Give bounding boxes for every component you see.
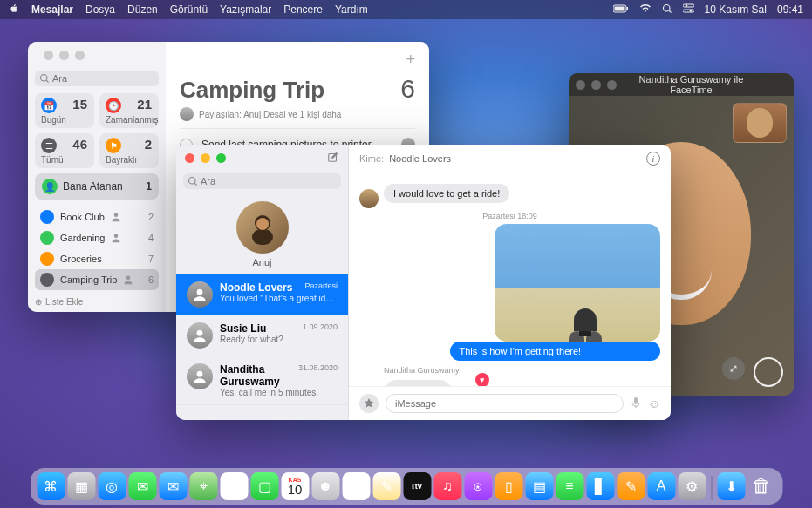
dock-icon-reminders[interactable]: ☰ <box>342 472 370 500</box>
dock-icon-music[interactable]: ♫ <box>433 472 461 500</box>
category-assigned[interactable]: 👤 Bana Atanan 1 <box>35 173 159 200</box>
dock-icon-pages[interactable]: ✎ <box>617 472 645 500</box>
menu-item-edit[interactable]: Düzen <box>127 3 158 16</box>
menubar-time[interactable]: 09:41 <box>777 3 803 16</box>
list-color-dot <box>40 210 54 224</box>
reminders-search-input[interactable] <box>35 71 159 86</box>
list-name: Book Club <box>60 212 105 222</box>
dock-icon-maps[interactable]: ⌖ <box>189 472 217 500</box>
reminders-sidebar: 📅 15 Bugün 🕒 21 Zamanlanmış ☰ 46 Tümü ⚑ … <box>28 42 166 312</box>
dock-icon-numbers[interactable]: ≡ <box>556 472 583 500</box>
menubar-date[interactable]: 10 Kasım Sal <box>705 3 767 16</box>
conversation-name: Noodle Lovers <box>220 281 292 294</box>
svg-rect-19 <box>634 397 638 404</box>
avatar-icon <box>359 189 379 208</box>
category-all[interactable]: ☰ 46 Tümü <box>35 133 94 168</box>
dock-icon-safari[interactable]: ◎ <box>98 472 126 500</box>
list-name: Gardening <box>60 233 105 243</box>
pinned-conversation[interactable]: Anuj <box>176 201 348 268</box>
thread-timestamp: Pazartesi 18:09 <box>359 212 660 220</box>
shared-icon <box>123 274 133 285</box>
dock-icon-preview[interactable]: ▤ <box>525 472 553 500</box>
tapback-love-icon: ♥ <box>475 373 489 386</box>
svg-rect-14 <box>252 229 273 245</box>
spotlight-icon[interactable] <box>662 3 672 17</box>
battery-icon[interactable] <box>613 3 629 16</box>
facetime-traffic-lights[interactable] <box>569 75 624 95</box>
reminders-traffic-lights[interactable] <box>35 42 159 69</box>
dock-icon-calendar[interactable]: KAS10 <box>281 472 309 500</box>
svg-point-18 <box>197 371 203 377</box>
facetime-pip-self-view[interactable] <box>733 103 787 143</box>
message-image-attachment[interactable] <box>495 224 660 342</box>
dock-icon-finder[interactable]: ⌘ <box>37 472 65 500</box>
category-scheduled[interactable]: 🕒 21 Zamanlanmış <box>99 93 159 128</box>
dock: ⌘▦◎✉✉⌖✿▢KAS10☻☰✎tv♫⍟▯▤≡▋✎A⚙⬇🗑 <box>30 468 782 505</box>
facetime-fullscreen-button[interactable]: ⤢ <box>722 357 745 380</box>
dock-icon-facetime[interactable]: ▢ <box>250 472 278 500</box>
conversation-time: 1.09.2020 <box>303 322 338 335</box>
dock-icon-keynote[interactable]: ▋ <box>586 472 614 500</box>
dock-icon-messages[interactable]: ✉ <box>128 472 156 500</box>
reminders-list-title: Camping Trip <box>180 77 324 104</box>
reminders-shared-info[interactable]: Paylaşılan: Anuj Desai ve 1 kişi daha <box>180 107 415 121</box>
add-reminder-button[interactable]: + <box>406 51 415 69</box>
svg-point-8 <box>689 10 691 11</box>
to-recipient: Noodle Lovers <box>389 153 451 164</box>
menu-app-name[interactable]: Mesajlar <box>31 3 73 16</box>
dock-icon-tv[interactable]: tv <box>403 472 431 500</box>
dock-icon-downloads[interactable]: ⬇ <box>717 472 745 500</box>
conversation-preview: Yes, call me in 5 minutes. <box>220 388 338 397</box>
message-input[interactable] <box>386 394 624 413</box>
menu-item-window[interactable]: Pencere <box>283 3 323 16</box>
conversation-time: 31.08.2020 <box>298 363 338 388</box>
conversation-thread: I would love to get a ride! Pazartesi 18… <box>349 173 671 386</box>
add-list-button[interactable]: ⊕ Liste Ekle <box>35 297 159 307</box>
compose-button[interactable] <box>327 151 339 166</box>
dock-icon-settings[interactable]: ⚙ <box>678 472 706 500</box>
category-flagged[interactable]: ⚑ 2 Bayraklı <box>99 133 159 168</box>
conversation-item[interactable]: Nanditha Guruswamy31.08.2020 Yes, call m… <box>176 356 348 405</box>
menu-item-help[interactable]: Yardım <box>335 3 368 16</box>
pinned-avatar <box>236 201 289 254</box>
menu-item-view[interactable]: Görüntü <box>170 3 208 16</box>
dock-icon-books[interactable]: ▯ <box>495 472 522 500</box>
conversation-item[interactable]: Noodle LoversPazartesi You loved "That's… <box>176 274 348 315</box>
dictation-button[interactable] <box>631 396 641 411</box>
conversation-details-button[interactable]: i <box>646 152 660 166</box>
messages-traffic-lights[interactable] <box>176 145 235 172</box>
menu-item-file[interactable]: Dosya <box>85 3 115 16</box>
control-center-icon[interactable] <box>683 3 694 17</box>
list-count: 4 <box>148 233 154 243</box>
svg-point-16 <box>197 289 203 295</box>
dock-icon-podcasts[interactable]: ⍟ <box>464 472 492 500</box>
conversation-avatar <box>187 281 213 308</box>
reminders-list-item[interactable]: Camping Trip 6 <box>35 269 159 290</box>
wifi-icon[interactable] <box>639 3 652 16</box>
conversation-avatar <box>187 363 213 389</box>
dock-icon-launchpad[interactable]: ▦ <box>67 472 95 500</box>
message-sender-name: Nanditha Guruswamy <box>384 366 660 375</box>
conversation-item[interactable]: Susie Liu1.09.2020 Ready for what? <box>176 315 348 356</box>
reminders-list-item[interactable]: Book Club 2 <box>35 207 159 227</box>
dock-icon-trash[interactable]: 🗑 <box>747 472 775 500</box>
apps-button[interactable] <box>359 394 379 413</box>
dock-icon-photos[interactable]: ✿ <box>220 472 248 500</box>
category-today[interactable]: 📅 15 Bugün <box>35 93 94 128</box>
conversation-name: Susie Liu <box>220 322 266 335</box>
dock-icon-appstore[interactable]: A <box>647 472 675 500</box>
facetime-live-photo-button[interactable] <box>754 357 783 387</box>
dock-icon-notes[interactable]: ✎ <box>372 472 400 500</box>
reminders-list-item[interactable]: Groceries 7 <box>35 248 159 269</box>
dock-icon-contacts[interactable]: ☻ <box>311 472 339 500</box>
conversation-avatar <box>187 322 213 349</box>
shared-icon <box>111 233 121 243</box>
reminders-list-item[interactable]: Gardening 4 <box>35 227 159 248</box>
messages-search-input[interactable] <box>183 173 341 189</box>
dock-separator <box>711 476 712 500</box>
dock-icon-mail[interactable]: ✉ <box>159 472 187 500</box>
list-color-dot <box>40 252 54 266</box>
menu-item-conversations[interactable]: Yazışmalar <box>220 3 271 16</box>
apple-menu[interactable] <box>9 3 19 17</box>
emoji-button[interactable]: ☺ <box>648 396 660 410</box>
